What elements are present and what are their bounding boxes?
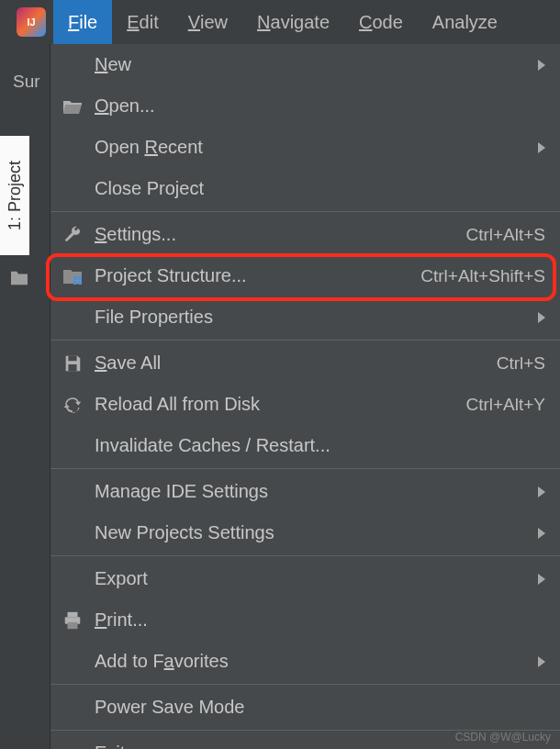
menu-item-open-recent[interactable]: Open Recent [50,127,560,168]
print-icon [60,608,85,633]
reload-icon [60,392,85,418]
app-logo: IJ [9,0,53,44]
menu-item-settings[interactable]: Settings...Ctrl+Alt+S [50,214,560,255]
menu-item-save-all[interactable]: Save AllCtrl+S [50,342,560,384]
project-structure-icon [60,263,85,289]
menu-view[interactable]: View [174,0,242,44]
shortcut-label: Ctrl+Alt+Y [465,395,545,415]
truncated-text: Sur [13,72,40,92]
watermark: CSDN @W@Lucky [455,731,551,743]
shortcut-label: Ctrl+Alt+Shift+S [420,266,545,286]
svg-rect-8 [68,621,78,628]
menu-item-label: Exit [95,743,545,749]
menu-item-label: Project Structure... [95,265,420,286]
folder-icon[interactable] [9,270,29,286]
project-tool-tab-label: 1: Project [6,161,25,230]
wrench-icon [60,222,85,248]
project-tool-tab[interactable]: 1: Project [0,136,29,255]
svg-rect-0 [73,276,77,280]
file-menu-dropdown: NewOpen...Open RecentClose ProjectSettin… [50,44,560,749]
menu-item-label: Close Project [95,178,545,199]
blank-icon [60,520,85,546]
menu-item-label: New [95,54,529,75]
menu-item-project-structure[interactable]: Project Structure...Ctrl+Alt+Shift+S [50,255,560,296]
svg-rect-3 [78,281,82,285]
chevron-right-icon [538,574,545,585]
chevron-right-icon [538,60,545,71]
svg-rect-6 [68,611,78,617]
save-icon [60,351,85,376]
menu-item-invalidate[interactable]: Invalidate Caches / Restart... [50,425,560,466]
blank-icon [60,479,85,505]
menu-item-label: Manage IDE Settings [95,481,529,502]
menu-item-label: Reload All from Disk [95,394,465,415]
blank-icon [60,52,85,78]
separator [50,211,560,212]
menu-item-label: Print... [95,609,545,631]
separator [50,684,560,685]
app-logo-icon: IJ [17,7,46,37]
menu-item-manage-ide[interactable]: Manage IDE Settings [50,471,560,512]
left-panel: Sur 1: Project [0,44,50,749]
menu-code[interactable]: Code [344,0,418,44]
menu-item-label: Save All [95,352,497,374]
blank-icon [60,649,85,675]
menu-item-label: File Properties [95,307,529,328]
svg-rect-2 [73,281,77,285]
folder-open-icon [60,94,85,119]
menu-item-label: Open... [95,95,545,117]
blank-icon [60,305,85,330]
menu-item-label: New Projects Settings [95,522,529,543]
blank-icon [60,433,85,459]
shortcut-label: Ctrl+S [497,353,545,374]
blank-icon [60,695,85,721]
blank-icon [60,566,85,592]
shortcut-label: Ctrl+Alt+S [465,225,545,245]
menu-item-label: Power Save Mode [95,697,545,718]
menu-item-reload[interactable]: Reload All from DiskCtrl+Alt+Y [50,384,560,425]
chevron-right-icon [538,142,545,153]
svg-rect-5 [68,363,76,370]
svg-rect-1 [78,276,82,280]
blank-icon [60,741,85,750]
separator [50,468,560,469]
menu-item-label: Invalidate Caches / Restart... [95,435,545,456]
menu-edit[interactable]: Edit [112,0,173,44]
menu-item-label: Settings... [95,224,465,245]
menu-navigate[interactable]: Navigate [242,0,344,44]
menu-item-label: Open Recent [95,137,529,158]
blank-icon [60,135,85,161]
menu-item-export[interactable]: Export [50,558,560,599]
menu-item-add-favorites[interactable]: Add to Favorites [50,641,560,682]
menu-item-label: Add to Favorites [95,651,529,672]
menu-item-label: Export [95,568,529,589]
menubar: IJ FileEditViewNavigateCodeAnalyze [0,0,560,44]
menu-item-file-properties[interactable]: File Properties [50,296,560,338]
separator [50,555,560,556]
chevron-right-icon [538,656,545,667]
menu-item-new-projects-settings[interactable]: New Projects Settings [50,512,560,553]
chevron-right-icon [538,312,545,323]
svg-rect-4 [68,355,76,361]
menu-item-print[interactable]: Print... [50,599,560,641]
blank-icon [60,176,85,202]
menu-item-power-save[interactable]: Power Save Mode [50,687,560,728]
menu-item-new[interactable]: New [50,44,560,85]
chevron-right-icon [538,528,545,539]
menu-item-close-project[interactable]: Close Project [50,168,560,209]
separator [50,340,560,341]
menu-analyze[interactable]: Analyze [418,0,512,44]
menu-item-open[interactable]: Open... [50,85,560,127]
chevron-right-icon [538,486,545,497]
menu-file[interactable]: File [53,0,112,44]
